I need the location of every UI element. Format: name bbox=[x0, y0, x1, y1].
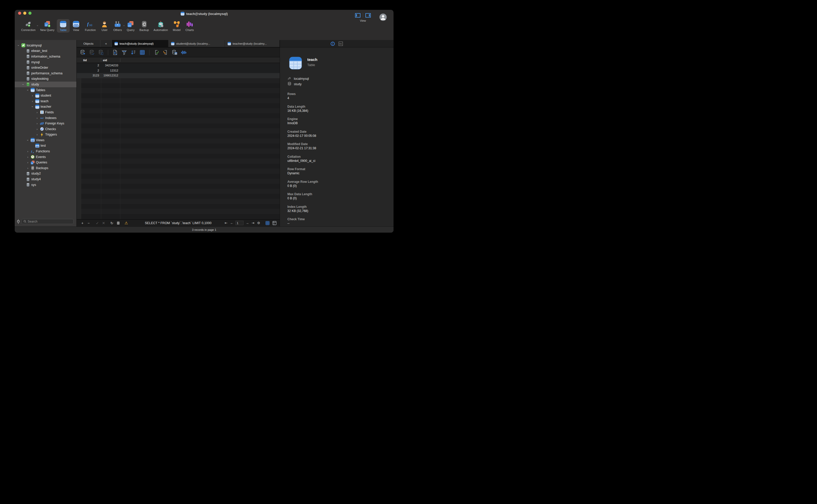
next-page-button[interactable]: → bbox=[245, 221, 249, 225]
cell-tid[interactable]: 3123 bbox=[77, 73, 101, 78]
toolbar-item-charts[interactable]: Charts bbox=[183, 19, 196, 33]
search-box[interactable] bbox=[21, 219, 74, 224]
grid-toolbar-text-options[interactable] bbox=[112, 49, 118, 56]
sidebar-item-table-teach[interactable]: › teach bbox=[15, 98, 76, 104]
first-page-button[interactable]: ⇤ bbox=[224, 221, 228, 225]
cell-tid[interactable]: 2 bbox=[77, 68, 101, 73]
sidebar-item-onlineorder[interactable]: onlineOrder bbox=[15, 65, 76, 70]
toolbar-item-others[interactable]: › Others bbox=[111, 19, 124, 33]
sidebar-item-staybooking[interactable]: staybooking bbox=[15, 76, 76, 82]
sidebar-item-backups[interactable]: › Backups bbox=[15, 165, 76, 171]
cell-sid[interactable]: 199012312 bbox=[101, 73, 120, 78]
toolbar-item-view[interactable]: View bbox=[70, 19, 83, 33]
refresh-button[interactable]: ↻ bbox=[110, 220, 114, 226]
toolbar-item-backup[interactable]: Backup bbox=[137, 19, 151, 33]
toolbar-item-new-query[interactable]: New Query bbox=[38, 19, 57, 33]
grid-toolbar-filter[interactable] bbox=[121, 49, 127, 56]
sidebar-item-fields[interactable]: › Fields bbox=[15, 109, 76, 115]
toolbar-item-connection[interactable]: › Connection bbox=[19, 19, 38, 33]
user-avatar[interactable] bbox=[379, 13, 387, 21]
sidebar-item-views[interactable]: › Views bbox=[15, 137, 76, 143]
warning-icon[interactable]: ⚠ bbox=[124, 220, 128, 226]
toolbar-item-automation[interactable]: Automation bbox=[151, 19, 170, 33]
sidebar-item-mysql[interactable]: mysql bbox=[15, 59, 76, 65]
sidebar-item-ebean-test[interactable]: ebean_test bbox=[15, 48, 76, 54]
sidebar-item-queries[interactable]: › Queries bbox=[15, 160, 76, 165]
cell-sid[interactable]: 12312 bbox=[101, 68, 120, 73]
grid-view-button[interactable] bbox=[265, 221, 270, 226]
grid-toolbar-begin-transaction[interactable] bbox=[80, 49, 86, 56]
stop-button[interactable] bbox=[117, 222, 120, 225]
search-input[interactable] bbox=[28, 220, 72, 223]
grid-toolbar-commit[interactable] bbox=[89, 49, 95, 56]
chevron-icon[interactable]: › bbox=[26, 167, 29, 170]
page-settings-button[interactable]: ⚙ bbox=[257, 221, 261, 225]
ddl-tab-icon[interactable]: DDL bbox=[339, 42, 343, 46]
sidebar-item-sys[interactable]: sys bbox=[15, 182, 76, 188]
toolbar-item-query[interactable]: Query bbox=[124, 19, 137, 33]
chevron-icon[interactable]: › bbox=[22, 83, 25, 86]
table-row-3[interactable]: 3123 199012312 bbox=[77, 73, 280, 78]
grid-toolbar-charts[interactable] bbox=[180, 49, 187, 56]
sidebar-item-tables[interactable]: › Tables bbox=[15, 87, 76, 93]
cell-tid[interactable]: 2 bbox=[77, 63, 101, 68]
add-record-button[interactable]: + bbox=[80, 220, 84, 226]
row-selector-gutter[interactable] bbox=[77, 57, 81, 219]
toggle-left-pane-button[interactable] bbox=[355, 13, 360, 18]
chevron-icon[interactable]: › bbox=[35, 116, 39, 120]
toolbar-item-table[interactable]: Table bbox=[57, 19, 70, 33]
sidebar-item-study2[interactable]: study2 bbox=[15, 171, 76, 177]
form-view-button[interactable] bbox=[272, 221, 277, 226]
grid-toolbar-grid-view[interactable] bbox=[139, 49, 145, 56]
toolbar-item-user[interactable]: User bbox=[98, 19, 111, 33]
page-number-input[interactable] bbox=[235, 221, 243, 225]
chevron-icon[interactable]: › bbox=[17, 44, 20, 47]
column-header-sid[interactable]: sid bbox=[103, 57, 107, 63]
grid-toolbar-data-generation[interactable]: 101ABC bbox=[171, 49, 178, 56]
chevron-icon[interactable]: › bbox=[26, 138, 29, 142]
tab-teacher[interactable]: teacher@study (localmy... bbox=[225, 40, 280, 47]
grid-toolbar-export-wizard[interactable] bbox=[162, 49, 169, 56]
sidebar-item-study[interactable]: › study bbox=[15, 82, 76, 87]
cell-sid[interactable]: 34234233 bbox=[101, 63, 120, 68]
sidebar-item-checks[interactable]: › Checks bbox=[15, 126, 76, 132]
header-divider[interactable] bbox=[120, 58, 120, 62]
chevron-icon[interactable]: › bbox=[26, 161, 29, 164]
chevron-icon[interactable]: › bbox=[26, 88, 29, 92]
chevron-icon[interactable]: › bbox=[35, 111, 39, 114]
discard-changes-button[interactable]: ✕ bbox=[101, 220, 106, 226]
grid-toolbar-import-wizard[interactable] bbox=[153, 49, 160, 56]
sidebar-item-triggers[interactable]: › Triggers bbox=[15, 132, 76, 138]
chevron-icon[interactable]: › bbox=[26, 150, 29, 153]
tab-student[interactable]: student@study (localmy... bbox=[168, 40, 225, 47]
table-row-2[interactable]: 2 12312 bbox=[77, 68, 280, 73]
toolbar-item-model[interactable]: Model bbox=[170, 19, 183, 33]
sidebar-item-events[interactable]: › Events bbox=[15, 154, 76, 160]
chevron-icon[interactable]: › bbox=[31, 94, 34, 97]
grid-toolbar-sort[interactable] bbox=[130, 49, 136, 56]
collapse-tabs-button[interactable]: « bbox=[100, 40, 112, 47]
chevron-icon[interactable]: › bbox=[35, 122, 39, 125]
chevron-icon[interactable]: › bbox=[26, 155, 29, 159]
tab-objects[interactable]: Objects bbox=[77, 40, 100, 47]
sidebar-item-table-student[interactable]: › student bbox=[15, 93, 76, 98]
table-row-1[interactable]: 2 34234233 bbox=[77, 63, 280, 68]
sidebar-item-indexes[interactable]: › A-Z Indexes bbox=[15, 115, 76, 121]
sidebar-item-view-test[interactable]: test bbox=[15, 143, 76, 149]
sidebar-item-functions[interactable]: › fx Functions bbox=[15, 148, 76, 154]
toggle-right-pane-button[interactable] bbox=[365, 13, 371, 18]
prev-page-button[interactable]: ← bbox=[230, 221, 234, 225]
sidebar-item-performance-schema[interactable]: performance_schema bbox=[15, 70, 76, 76]
sidebar-item-information-schema[interactable]: information_schema bbox=[15, 54, 76, 59]
grid-toolbar-rollback[interactable] bbox=[98, 49, 104, 56]
column-header-tid[interactable]: tid bbox=[83, 57, 87, 63]
sidebar-item-table-teacher[interactable]: › teacher bbox=[15, 104, 76, 110]
sidebar-item-study4[interactable]: study4 bbox=[15, 176, 76, 182]
toolbar-item-function[interactable]: f(x) Function bbox=[83, 19, 98, 33]
chevron-icon[interactable]: › bbox=[35, 133, 39, 136]
chevron-icon[interactable]: › bbox=[31, 105, 34, 108]
delete-record-button[interactable]: − bbox=[87, 220, 91, 226]
sidebar-item-localmysql[interactable]: › localmysql bbox=[15, 43, 76, 48]
chevron-icon[interactable]: › bbox=[31, 100, 34, 103]
sidebar-item-foreign-keys[interactable]: › Foreign Keys bbox=[15, 121, 76, 126]
